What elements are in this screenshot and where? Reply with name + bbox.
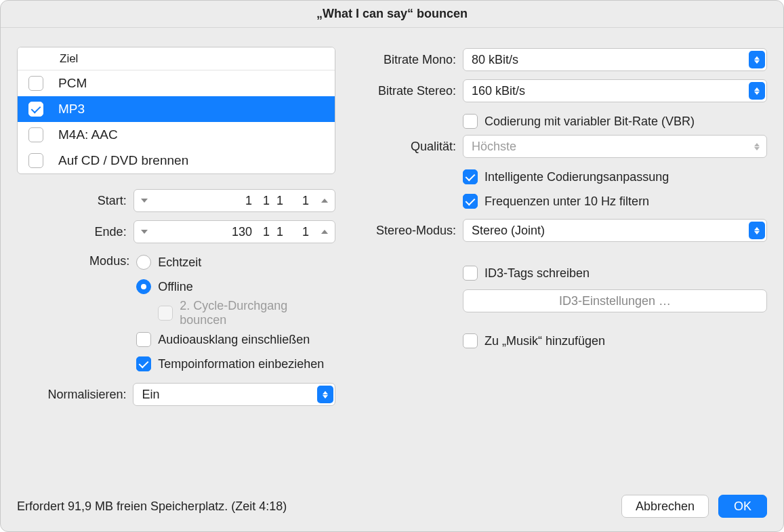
dropdown-arrows-icon xyxy=(317,386,333,403)
destination-label: Auf CD / DVD brennen xyxy=(58,153,188,168)
normalize-dropdown[interactable]: Ein xyxy=(133,383,335,406)
mode-label: Modus: xyxy=(17,250,136,268)
bitrate-stereo-label: Bitrate Stereo: xyxy=(363,84,463,98)
destination-row-mp3[interactable]: MP3 xyxy=(18,96,335,122)
stereo-mode-dropdown[interactable]: Stereo (Joint) xyxy=(463,219,767,242)
dropdown-arrows-icon xyxy=(749,138,765,155)
chevron-up-icon xyxy=(321,230,328,234)
include-tempo-checkbox[interactable] xyxy=(136,356,151,371)
destination-label: M4A: AAC xyxy=(58,127,118,142)
smart-encode-checkbox[interactable] xyxy=(463,169,478,184)
end-decrement-button[interactable] xyxy=(134,230,154,234)
id3-settings-button[interactable]: ID3-Einstellungen … xyxy=(463,289,767,312)
right-column: Bitrate Mono: 80 kBit/s Bitrate Stereo: … xyxy=(363,47,767,485)
destination-row-m4a[interactable]: M4A: AAC xyxy=(18,122,335,148)
end-increment-button[interactable] xyxy=(314,230,335,234)
add-to-music-label: Zu „Musik“ hinzufügen xyxy=(484,334,605,348)
bitrate-stereo-dropdown[interactable]: 160 kBit/s xyxy=(463,79,767,102)
start-position-field[interactable]: 1 1 1 1 xyxy=(133,189,335,212)
include-tail-label: Audioausklang einschließen xyxy=(158,333,310,347)
include-tempo-label: Tempoinformation einbeziehen xyxy=(158,357,324,371)
normalize-label: Normalisieren: xyxy=(17,388,133,402)
start-values: 1 1 1 1 xyxy=(154,194,314,208)
start-val-d[interactable]: 1 xyxy=(302,194,309,208)
destination-label: MP3 xyxy=(58,102,85,117)
stereo-mode-label: Stereo-Modus: xyxy=(363,224,463,238)
end-val-b[interactable]: 1 xyxy=(263,225,270,239)
destination-checkbox-pcm[interactable] xyxy=(28,76,43,91)
dropdown-arrows-icon xyxy=(749,51,765,68)
destination-checkbox-m4a[interactable] xyxy=(28,127,43,142)
footer-buttons: Abbrechen OK xyxy=(621,495,767,518)
include-tail-checkbox[interactable] xyxy=(136,332,151,347)
destination-checkbox-mp3[interactable] xyxy=(28,102,43,117)
cancel-button-label: Abbrechen xyxy=(636,499,695,514)
id3-settings-label: ID3-Einstellungen … xyxy=(559,294,671,308)
status-text: Erfordert 91,9 MB freien Speicherplatz. … xyxy=(17,499,621,514)
mode-options: Echtzeit Offline 2. Cycle-Durchgang boun… xyxy=(136,250,335,376)
bounce-dialog: „What I can say“ bouncen Ziel PCM MP3 M4… xyxy=(0,0,784,532)
normalize-value: Ein xyxy=(142,388,317,402)
end-position-field[interactable]: 130 1 1 1 xyxy=(133,220,335,243)
start-val-a[interactable]: 1 xyxy=(245,194,252,208)
quality-label: Qualität: xyxy=(363,140,463,154)
mode-offline-label: Offline xyxy=(158,280,193,294)
mode-realtime-radio[interactable] xyxy=(136,255,151,270)
ok-button-label: OK xyxy=(734,499,751,514)
end-val-d[interactable]: 1 xyxy=(302,225,309,239)
destination-row-pcm[interactable]: PCM xyxy=(18,70,335,96)
end-val-a[interactable]: 130 xyxy=(232,225,252,239)
dialog-footer: Erfordert 91,9 MB freien Speicherplatz. … xyxy=(1,485,783,531)
ok-button[interactable]: OK xyxy=(718,495,767,518)
window-title: „What I can say“ bouncen xyxy=(316,7,468,21)
window-titlebar: „What I can say“ bouncen xyxy=(1,1,783,28)
chevron-down-icon xyxy=(141,199,148,203)
destination-row-cddvd[interactable]: Auf CD / DVD brennen xyxy=(18,148,335,173)
stereo-mode-value: Stereo (Joint) xyxy=(472,224,749,238)
chevron-up-icon xyxy=(321,199,328,203)
cancel-button[interactable]: Abbrechen xyxy=(621,495,709,518)
filter-10hz-label: Frequenzen unter 10 Hz filtern xyxy=(484,195,649,209)
bitrate-mono-dropdown[interactable]: 80 kBit/s xyxy=(463,48,767,71)
start-decrement-button[interactable] xyxy=(134,199,154,203)
second-cycle-label: 2. Cycle-Durchgang bouncen xyxy=(180,299,335,327)
vbr-label: Codierung mit variabler Bit-Rate (VBR) xyxy=(484,115,695,129)
end-val-c[interactable]: 1 xyxy=(276,225,283,239)
mode-offline-radio[interactable] xyxy=(136,279,151,294)
bitrate-mono-label: Bitrate Mono: xyxy=(363,53,463,67)
dialog-content: Ziel PCM MP3 M4A: AAC Auf CD / DVD brenn… xyxy=(1,28,783,485)
destination-checkbox-cddvd[interactable] xyxy=(28,153,43,168)
start-increment-button[interactable] xyxy=(314,199,335,203)
second-cycle-checkbox xyxy=(158,306,173,321)
quality-value: Höchste xyxy=(472,140,749,154)
bitrate-stereo-value: 160 kBit/s xyxy=(472,84,749,98)
left-column: Ziel PCM MP3 M4A: AAC Auf CD / DVD brenn… xyxy=(17,47,335,485)
bitrate-mono-value: 80 kBit/s xyxy=(472,53,749,67)
id3-write-checkbox[interactable] xyxy=(463,266,478,281)
vbr-checkbox[interactable] xyxy=(463,114,478,129)
chevron-down-icon xyxy=(141,230,148,234)
start-label: Start: xyxy=(17,194,133,208)
destination-label: PCM xyxy=(58,76,87,91)
dropdown-arrows-icon xyxy=(749,82,765,100)
add-to-music-checkbox[interactable] xyxy=(463,333,478,348)
destination-table: Ziel PCM MP3 M4A: AAC Auf CD / DVD brenn… xyxy=(17,47,335,174)
mode-realtime-label: Echtzeit xyxy=(158,255,201,270)
end-label: Ende: xyxy=(17,225,133,239)
destination-header: Ziel xyxy=(18,47,335,70)
filter-10hz-checkbox[interactable] xyxy=(463,194,478,209)
smart-encode-label: Intelligente Codierungsanpassung xyxy=(484,170,669,184)
id3-write-label: ID3-Tags schreiben xyxy=(484,266,590,281)
end-values: 130 1 1 1 xyxy=(154,225,314,239)
quality-dropdown: Höchste xyxy=(463,135,767,158)
start-val-b[interactable]: 1 xyxy=(263,194,270,208)
dropdown-arrows-icon xyxy=(749,222,765,239)
start-val-c[interactable]: 1 xyxy=(276,194,283,208)
